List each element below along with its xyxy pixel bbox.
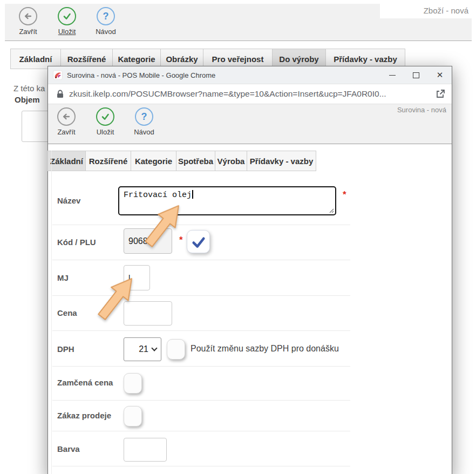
popup-toolbar: Zavřít Uložit ? Návod Surovina - nová bbox=[48, 104, 452, 144]
row-divider bbox=[52, 400, 350, 401]
tab-pridavky-vazby[interactable]: Přídavky - vazby bbox=[247, 151, 316, 171]
name-value: Fritovací olej bbox=[124, 191, 192, 200]
tab-rozsirene[interactable]: Rozšířené bbox=[85, 151, 131, 171]
url-text: zkusit.ikelp.com/POSUCMBrowser?name=&typ… bbox=[69, 89, 436, 99]
maximize-icon bbox=[413, 72, 419, 78]
popup-save-button[interactable]: Uložit bbox=[88, 107, 123, 136]
volume-label: Objem bbox=[15, 95, 40, 104]
vat-label: DPH bbox=[57, 344, 74, 354]
check-icon bbox=[58, 7, 76, 25]
lock-icon bbox=[57, 90, 64, 98]
tab-zakladni[interactable]: Základní bbox=[47, 151, 86, 171]
popup-window: Surovina - nová - POS Mobile - Google Ch… bbox=[47, 66, 452, 474]
tab-kategorie[interactable]: Kategorie bbox=[131, 151, 176, 171]
close-window-button[interactable]: ✕ bbox=[428, 66, 452, 84]
back-arrow-icon bbox=[19, 7, 37, 25]
help-button-label: Návod bbox=[89, 28, 123, 36]
minimize-icon bbox=[389, 75, 396, 76]
unit-label: MJ bbox=[57, 273, 69, 282]
popup-help-button[interactable]: ? Návod bbox=[127, 107, 161, 136]
blue-check-icon bbox=[189, 233, 208, 251]
popup-page-title: Surovina - nová bbox=[397, 106, 446, 114]
form-left-divider bbox=[51, 151, 52, 474]
address-bar[interactable]: zkusit.ikelp.com/POSUCMBrowser?name=&typ… bbox=[48, 84, 452, 104]
maximize-button[interactable] bbox=[404, 66, 428, 84]
code-plu-label: Kód / PLU bbox=[57, 238, 96, 247]
unit-value: l bbox=[128, 273, 130, 282]
color-input[interactable] bbox=[124, 438, 167, 462]
price-input[interactable] bbox=[124, 301, 172, 326]
vat-value: 21 bbox=[139, 344, 148, 354]
back-arrow-icon bbox=[57, 107, 76, 126]
check-icon bbox=[96, 107, 114, 126]
save-button-label: Uložit bbox=[50, 28, 84, 36]
sale-ban-checkbox[interactable] bbox=[124, 406, 142, 426]
text-caret bbox=[192, 190, 193, 199]
resize-grip-icon[interactable] bbox=[329, 208, 334, 213]
unit-input[interactable]: l bbox=[124, 265, 150, 290]
color-label: Barva bbox=[57, 444, 80, 453]
row-divider bbox=[52, 330, 350, 331]
confirm-code-button[interactable] bbox=[187, 230, 210, 253]
close-button[interactable]: Zavřít bbox=[11, 7, 45, 36]
popup-close-label: Zavřít bbox=[49, 128, 84, 136]
code-plu-input[interactable]: 9068 bbox=[124, 228, 172, 254]
sale-ban-label: Zákaz prodeje bbox=[57, 411, 111, 420]
vat-delivery-checkbox-label: Použít změnu sazby DPH pro donášku bbox=[191, 344, 339, 354]
popup-titlebar: Surovina - nová - POS Mobile - Google Ch… bbox=[48, 66, 452, 84]
locked-price-checkbox[interactable] bbox=[124, 373, 142, 394]
window-title: Surovina - nová - POS Mobile - Google Ch… bbox=[67, 71, 380, 79]
code-plu-value: 9068 bbox=[128, 236, 148, 246]
name-textarea[interactable]: Fritovací olej bbox=[118, 186, 336, 215]
name-label: Název bbox=[57, 196, 80, 205]
row-divider bbox=[52, 431, 350, 431]
ikelp-favicon-icon bbox=[53, 70, 63, 80]
minimize-button[interactable] bbox=[380, 66, 404, 84]
open-external-icon[interactable] bbox=[436, 89, 445, 99]
row-divider bbox=[52, 225, 350, 225]
vat-select[interactable]: 21 bbox=[124, 337, 161, 361]
popup-save-label: Uložit bbox=[88, 128, 123, 136]
background-toolbar: Zavřít Uložit ? Návod Zboží - nová bbox=[5, 4, 472, 41]
close-button-label: Zavřít bbox=[11, 28, 45, 36]
required-asterisk: * bbox=[343, 189, 346, 200]
tab-spotreba[interactable]: Spotřeba bbox=[176, 151, 215, 171]
tab-vyroba[interactable]: Výroba bbox=[215, 151, 247, 171]
help-button[interactable]: ? Návod bbox=[89, 7, 123, 36]
required-asterisk: * bbox=[179, 235, 183, 246]
row-divider bbox=[52, 366, 350, 367]
popup-close-button[interactable]: Zavřít bbox=[49, 107, 84, 136]
price-label: Cena bbox=[57, 308, 77, 317]
clipped-paragraph: Z této ka bbox=[13, 84, 45, 93]
question-mark-icon: ? bbox=[135, 107, 153, 126]
chevron-down-icon bbox=[151, 345, 157, 351]
popup-help-label: Návod bbox=[127, 128, 161, 136]
row-divider bbox=[52, 260, 350, 260]
vat-delivery-checkbox[interactable] bbox=[167, 339, 185, 360]
locked-price-label: Zamčená cena bbox=[57, 378, 113, 387]
popup-tab-bar: Základní Rozšířené Kategorie Spotřeba Vý… bbox=[48, 151, 316, 171]
row-divider bbox=[52, 295, 350, 296]
question-mark-icon: ? bbox=[97, 7, 115, 25]
close-icon: ✕ bbox=[437, 70, 444, 80]
row-divider bbox=[52, 466, 350, 466]
page-title: Zboží - nová bbox=[424, 6, 468, 15]
save-button[interactable]: Uložit bbox=[50, 7, 84, 36]
